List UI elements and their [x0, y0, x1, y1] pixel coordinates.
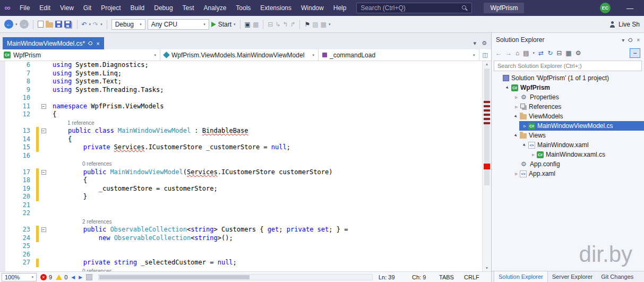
- error-marker[interactable]: [484, 118, 490, 120]
- code-line[interactable]: 8using System.Text;: [0, 78, 482, 86]
- breakpoint-margin[interactable]: [0, 234, 5, 243]
- code-line[interactable]: 16: [0, 152, 482, 160]
- code-editor[interactable]: 6using System.Diagnostics;7using System.…: [0, 61, 491, 271]
- codelens-row[interactable]: 2 references: [0, 218, 482, 226]
- tree-item-app-config[interactable]: ⚙App.config: [492, 159, 644, 169]
- collapsed-arrow-icon[interactable]: ▹: [521, 123, 528, 129]
- error-marker[interactable]: [484, 122, 490, 124]
- redo-button[interactable]: ↷: [93, 21, 98, 28]
- breadcrumb-project-dropdown[interactable]: C# WpfPrism ▾: [0, 49, 160, 61]
- breakpoint-margin[interactable]: [0, 193, 5, 201]
- breakpoint-margin[interactable]: [0, 119, 5, 127]
- scroll-up-button[interactable]: ▴: [483, 61, 491, 67]
- view-selector-button[interactable]: ▤: [523, 50, 529, 56]
- breakpoint-margin[interactable]: [0, 86, 5, 95]
- undo-button[interactable]: ↶: [82, 21, 87, 28]
- error-marker[interactable]: [484, 164, 490, 169]
- fold-margin[interactable]: −: [39, 102, 48, 111]
- menu-build[interactable]: Build: [126, 0, 150, 16]
- tab-list-caret-icon[interactable]: ▾: [474, 40, 477, 47]
- codelens-row[interactable]: 1 reference: [0, 119, 482, 127]
- code-line[interactable]: 25: [0, 242, 482, 251]
- horizontal-scrollbar[interactable]: [98, 274, 373, 280]
- error-marker[interactable]: [484, 105, 490, 107]
- code-line[interactable]: 22: [0, 209, 482, 218]
- panel-tab-solution-explorer[interactable]: Solution Explorer: [494, 271, 548, 282]
- collapsed-arrow-icon[interactable]: ▹: [513, 95, 520, 100]
- tree-item-views[interactable]: ▸Views: [492, 131, 644, 140]
- step-into-icon[interactable]: ↳: [275, 21, 280, 28]
- menu-edit[interactable]: Edit: [35, 0, 55, 16]
- code-line[interactable]: 20 }: [0, 193, 482, 201]
- panel-tab-server-explorer[interactable]: Server Explorer: [548, 271, 597, 282]
- solution-search-input[interactable]: Search Solution Explorer (Ctrl+;): [494, 61, 642, 71]
- codelens-row[interactable]: 0 references: [0, 267, 482, 272]
- back-button[interactable]: ←: [495, 50, 502, 56]
- tree-item-viewmodels[interactable]: ▸ViewModels: [492, 112, 644, 121]
- code-line[interactable]: 15 private Services.ICustomerStore _cust…: [0, 143, 482, 152]
- step-out-icon[interactable]: ↱: [290, 21, 295, 28]
- menu-extensions[interactable]: Extensions: [255, 0, 296, 16]
- breakpoint-margin[interactable]: [0, 168, 5, 177]
- next-issue-button[interactable]: ▶: [79, 275, 82, 280]
- zoom-dropdown[interactable]: 100% ▾: [2, 273, 37, 281]
- collapse-box-icon[interactable]: −: [41, 129, 46, 133]
- tree-item-references[interactable]: ▹References: [492, 102, 644, 112]
- break-all-icon[interactable]: ⊟: [268, 21, 273, 28]
- code-line[interactable]: 18 {: [0, 176, 482, 185]
- close-icon[interactable]: ×: [96, 40, 99, 47]
- breakpoint-margin[interactable]: [0, 209, 5, 218]
- toolbar-overflow-caret-icon[interactable]: ▾: [329, 22, 331, 27]
- error-marker[interactable]: [484, 101, 490, 103]
- fold-margin[interactable]: −: [39, 127, 48, 135]
- code-line[interactable]: 23− public ObservableCollection<string> …: [0, 226, 482, 234]
- eol-indicator[interactable]: CRLF: [464, 274, 487, 280]
- sync-with-active-document-button[interactable]: ⇄: [538, 50, 544, 56]
- fold-margin[interactable]: −: [39, 168, 48, 177]
- code-line[interactable]: 24 new ObservableCollection<string>();: [0, 234, 482, 243]
- collapsed-arrow-icon[interactable]: ▹: [513, 104, 520, 109]
- breakpoint-margin[interactable]: [0, 143, 5, 152]
- code-line[interactable]: 13− public class MainWindowViewModel : B…: [0, 127, 482, 135]
- tree-item-mainwindow-xaml[interactable]: ▸<>MainWindow.xaml: [492, 140, 644, 150]
- breadcrumb-member-dropdown[interactable]: _commandLoad ▾: [319, 49, 479, 61]
- show-all-files-button[interactable]: ▦: [565, 50, 571, 56]
- save-button[interactable]: [55, 21, 62, 28]
- close-icon[interactable]: ×: [637, 37, 640, 43]
- navigate-back-caret-icon[interactable]: ▾: [15, 22, 18, 27]
- expanded-arrow-icon[interactable]: ▸: [513, 133, 520, 138]
- codelens-references-link[interactable]: 1 reference: [67, 120, 95, 126]
- collapse-box-icon[interactable]: −: [41, 104, 46, 109]
- warning-indicator[interactable]: 0: [56, 274, 67, 280]
- view-selector-caret-icon[interactable]: ▾: [533, 51, 535, 55]
- refresh-button[interactable]: ↻: [547, 50, 553, 56]
- vertical-scrollbar[interactable]: ▴ ▾: [482, 61, 491, 271]
- breakpoint-margin[interactable]: [0, 201, 5, 210]
- codelens-references-link[interactable]: 2 references: [82, 219, 112, 225]
- home-button[interactable]: ⌂: [516, 50, 519, 56]
- minimize-button[interactable]: —: [626, 4, 633, 12]
- code-line[interactable]: 26: [0, 251, 482, 259]
- collapsed-arrow-icon[interactable]: ▹: [513, 171, 520, 176]
- bookmark-flag-icon[interactable]: ⚑: [304, 21, 310, 28]
- global-search-input[interactable]: Search (Ctrl+Q): [356, 3, 472, 13]
- tree-item-app-xaml[interactable]: ▹<>App.xaml: [492, 169, 644, 178]
- menu-file[interactable]: File: [15, 0, 35, 16]
- code-line[interactable]: 12{: [0, 110, 482, 119]
- breakpoint-margin[interactable]: [0, 267, 5, 272]
- menu-project[interactable]: Project: [96, 0, 125, 16]
- breakpoint-margin[interactable]: [0, 160, 5, 168]
- breakpoint-margin[interactable]: [0, 242, 5, 251]
- codelens-references-link[interactable]: 0 references: [82, 161, 112, 167]
- save-all-button[interactable]: [64, 21, 71, 28]
- code-line[interactable]: 21: [0, 201, 482, 210]
- pin-icon[interactable]: [628, 37, 633, 42]
- editor-options-gear-icon[interactable]: ⚙: [482, 40, 487, 47]
- indent-mode-indicator[interactable]: TABS: [439, 274, 460, 280]
- preview-selected-items-button[interactable]: −: [630, 48, 640, 58]
- next-bookmark-icon[interactable]: ▦: [321, 21, 327, 28]
- breakpoint-margin[interactable]: [0, 78, 5, 86]
- menu-debug[interactable]: Debug: [149, 0, 177, 16]
- open-file-button[interactable]: [46, 22, 53, 28]
- prev-bookmark-icon[interactable]: ▤: [312, 21, 318, 28]
